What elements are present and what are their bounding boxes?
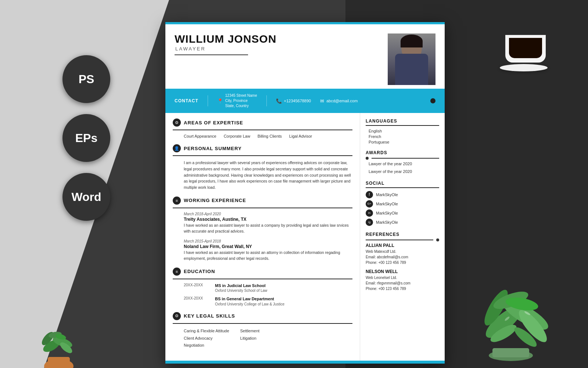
edu-year-1: 20XX-20XX (184, 296, 211, 306)
expertise-item-1: Corporate Law (224, 134, 250, 138)
experience-title: WORKING EXPERIENCE (184, 198, 246, 203)
resume-main: ⚙ AREAS OF EXPERTISE Court Appearance Co… (165, 113, 360, 361)
section-experience: ≡ WORKING EXPERIENCE March 2018-April 20… (173, 197, 352, 262)
awards-line (372, 158, 439, 159)
social-name-1: MarkSkyOle (376, 202, 398, 206)
section-education: ≡ EDUCATION 20XX-20XX MS in Judicial Law… (173, 268, 352, 306)
exp-desc-0: I have worked as an assiatnt lawyer to a… (184, 223, 352, 234)
contact-divider-2 (266, 95, 267, 106)
email-icon: ✉ (320, 98, 324, 104)
award-1: Lawyer of the year 2020 (369, 169, 439, 174)
skill-3: Settlement (240, 328, 260, 335)
ref-entry-1: NELSON WELL Web Leonelsel Ltd. Email: rf… (366, 269, 439, 291)
social-title: SOCIAL (366, 181, 439, 186)
expertise-header: ⚙ AREAS OF EXPERTISE (173, 118, 352, 127)
edu-degree-0: MS in Judicial Law School (215, 283, 267, 289)
facebook-icon: f (366, 191, 373, 198)
resume-name: WILLIUM JONSON (175, 33, 388, 45)
badge-eps[interactable]: EPs (62, 114, 110, 162)
ref-phone-1: Phone: +00 123 456 789 (366, 286, 439, 291)
sidebar-references: REFERENCES ALLIAN PALL Web Matexcdf Ltd.… (366, 232, 439, 291)
edu-year-0: 20XX-20XX (184, 283, 211, 293)
badge-ps[interactable]: PS (62, 55, 110, 103)
section-skills: ⚙ KEY LEGAL SKILLS Caring & Flexible Att… (173, 312, 352, 349)
ref-name-1: NELSON WELL (366, 269, 439, 274)
phone-icon: 📞 (276, 98, 282, 104)
badge-word[interactable]: Word (62, 173, 110, 221)
summary-line (173, 155, 352, 156)
skills-icon: ⚙ (173, 312, 181, 320)
edu-details-1: BS in General Law Department Oxford Univ… (215, 296, 284, 306)
sidebar-awards: AWARDS Lawyer of the year 2020 Lawyer of… (366, 150, 439, 175)
svg-rect-9 (492, 348, 529, 357)
sidebar-languages: LANGUAGES English French Portuguese (366, 118, 439, 144)
summary-header: 👤 PERSONAL SUMMERY (173, 144, 352, 152)
svg-rect-1 (48, 357, 70, 368)
references-title: REFERENCES (366, 232, 439, 237)
ref-line (366, 240, 433, 240)
skill-4: Litigation (240, 335, 260, 342)
edu-entry-1: 20XX-20XX BS in General Law Department O… (184, 296, 352, 306)
profile-photo (388, 33, 435, 85)
experience-line (173, 208, 352, 208)
sidebar-social: SOCIAL f MarkSkyOle G+ MarkSkyOle in Mar… (366, 181, 439, 226)
award-0: Lawyer of the year 2020 (369, 161, 439, 167)
ref-entry-0: ALLIAN PALL Web Matexcdf Ltd. Email: abc… (366, 243, 439, 265)
languages-line (366, 125, 439, 126)
social-item-1: G+ MarkSkyOle (366, 200, 439, 208)
resume-title: LAWAYER (175, 46, 388, 52)
ref-company-0: Web Matexcdf Ltd. (366, 249, 439, 254)
social-line (366, 187, 439, 188)
ref-company-1: Web Leonelsel Ltd. (366, 275, 439, 280)
social-name-2: MarkSkyOle (376, 211, 398, 215)
skills-col-1: Caring & Flexible Attitude Client Advoca… (184, 328, 229, 349)
resume-sidebar: LANGUAGES English French Portuguese AWAR… (360, 113, 445, 361)
education-title: EDUCATION (184, 269, 215, 274)
exp-date-0: March 2018-April 2020 (184, 212, 352, 216)
ref-phone-0: Phone: +00 123 456 789 (366, 260, 439, 265)
skill-0: Caring & Flexible Attitude (184, 328, 229, 335)
edu-details-0: MS in Judicial Law School Oxford Univers… (215, 283, 267, 293)
lang-0: English (369, 129, 439, 133)
expertise-item-3: Ligal Advisor (289, 134, 312, 138)
skills-line (173, 323, 352, 324)
linkedin-icon: in (366, 209, 373, 217)
social-name-0: MarkSkyOle (376, 192, 398, 197)
social-item-2: in MarkSkyOle (366, 209, 439, 217)
expertise-item-2: Billing Clients (258, 134, 282, 138)
google-icon: G+ (366, 200, 373, 208)
expertise-item-0: Court Appearance (184, 134, 216, 138)
location-icon: 📍 (217, 98, 223, 104)
contact-label: CONTACT (175, 98, 198, 103)
awards-title: AWARDS (366, 150, 439, 155)
skills-grid: Caring & Flexible Attitude Client Advoca… (184, 328, 352, 349)
education-icon: ≡ (173, 268, 181, 276)
awards-dot-line (366, 157, 439, 160)
exp-entry-1: March 2015-April 2018 Noland Law Firm, G… (184, 239, 352, 262)
experience-icon: ≡ (173, 197, 181, 205)
references-dot-line (366, 238, 439, 241)
social-item-3: ig MarkSkyOle (366, 219, 439, 226)
plant-right (474, 238, 577, 368)
lang-1: French (369, 134, 439, 139)
skills-title: KEY LEGAL SKILLS (184, 313, 235, 319)
summary-icon: 👤 (173, 144, 181, 152)
education-line (173, 279, 352, 279)
ref-email-1: Email: rfegvnmmail@s.com (366, 280, 439, 286)
exp-desc-1: I have worked as an assiatnt lawyer to a… (184, 250, 352, 262)
contact-phone: 📞 +12345678890 (276, 98, 311, 104)
exp-date-1: March 2015-April 2018 (184, 239, 352, 243)
contact-email: ✉ abcd@email.com (320, 98, 358, 104)
summary-title: PERSONAL SUMMERY (184, 146, 242, 151)
expertise-title: AREAS OF EXPERTISE (184, 120, 243, 125)
ref-email-0: Email: abcdefmail@s.com (366, 254, 439, 260)
contact-divider-1 (208, 95, 208, 106)
social-name-3: MarkSkyOle (376, 220, 398, 224)
lang-2: Portuguese (369, 140, 439, 144)
expertise-line (173, 130, 352, 130)
instagram-icon: ig (366, 219, 373, 226)
exp-company-1: Noland Law Firm, Great Wall, NY (184, 244, 352, 249)
languages-title: LANGUAGES (366, 118, 439, 124)
experience-header: ≡ WORKING EXPERIENCE (173, 197, 352, 205)
resume-header: WILLIUM JONSON LAWAYER CONTACT 📍 (165, 22, 445, 113)
